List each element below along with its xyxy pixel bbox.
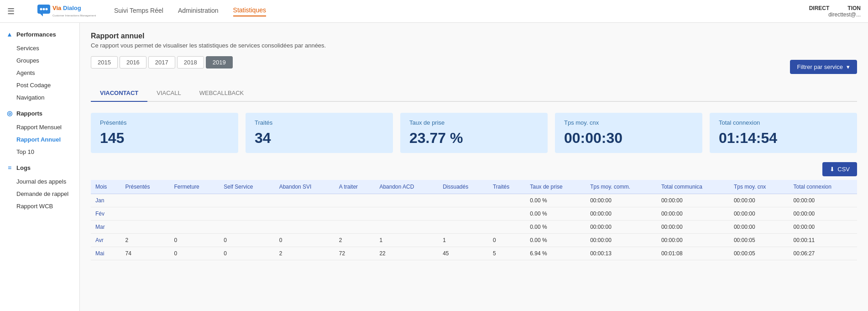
sidebar-section-rapports: ◎ Rapports Rapport Mensuel Rapport Annue… (0, 105, 79, 158)
col-fermeture: Fermeture (169, 180, 219, 194)
chevron-down-icon: ▾ (847, 63, 850, 70)
year-tab-2016[interactable]: 2016 (120, 56, 146, 69)
sidebar-section-performances: ▲ Performances Services Groupes Agents P… (0, 26, 79, 104)
main-layout: ▲ Performances Services Groupes Agents P… (0, 23, 868, 311)
month-link[interactable]: Fév (95, 211, 105, 217)
table-row: Mar0.00 %00:00:0000:00:0000:00:0000:00:0… (91, 221, 857, 234)
csv-button[interactable]: ⬇ CSV (822, 162, 857, 176)
sidebar-item-rappel[interactable]: Demande de rappel (0, 188, 79, 200)
table-row: Avr200021100.00 %00:00:0000:00:0000:00:0… (91, 234, 857, 247)
sidebar-item-top-10[interactable]: Top 10 (0, 146, 79, 158)
col-tps-comm: Tps moy. comm. (586, 180, 657, 194)
sidebar-header-rapports[interactable]: ◎ Rapports (0, 105, 79, 121)
month-link[interactable]: Avr (95, 237, 104, 243)
nav-stats[interactable]: Statistiques (233, 6, 266, 16)
logs-icon: ≡ (5, 163, 14, 172)
hamburger-icon[interactable]: ☰ (7, 6, 15, 16)
col-taux: Taux de prise (525, 180, 586, 194)
sidebar-item-navigation[interactable]: Navigation (0, 91, 79, 104)
logo-svg: Via Dialog Customer Interactions Managem… (37, 3, 96, 20)
card-traites-value: 34 (255, 130, 384, 147)
svg-point-4 (46, 8, 48, 10)
card-taux-prise-value: 23.77 % (409, 130, 539, 147)
col-a-traiter: A traiter (335, 180, 375, 194)
sidebar-label-rapports: Rapports (16, 110, 42, 117)
user-label: DIRECT TION (809, 5, 861, 11)
card-traites-label: Traités (255, 119, 384, 126)
sidebar-item-rapport-annuel[interactable]: Rapport Annuel (0, 133, 79, 146)
year-tab-2015[interactable]: 2015 (91, 56, 118, 69)
tab-webcallback[interactable]: WEBCALLBACK (190, 85, 253, 102)
nav-suivi[interactable]: Suivi Temps Réel (114, 7, 163, 16)
card-tps-moy-label: Tps moy. cnx (564, 119, 693, 126)
card-presentes: Présentés 145 (91, 113, 238, 153)
tab-viacall[interactable]: VIACALL (147, 85, 190, 102)
data-table: Mois Présentés Fermeture Self Service Ab… (91, 180, 857, 260)
sidebar: ▲ Performances Services Groupes Agents P… (0, 23, 80, 311)
card-taux-prise-label: Taux de prise (409, 119, 539, 126)
sidebar-header-logs[interactable]: ≡ Logs (0, 160, 79, 175)
user-info: DIRECT TION directtest@... (809, 5, 861, 18)
year-tab-2018[interactable]: 2018 (177, 56, 204, 69)
csv-btn-label: CSV (837, 166, 850, 173)
card-taux-prise: Taux de prise 23.77 % (400, 113, 548, 153)
sidebar-item-rapport-mensuel[interactable]: Rapport Mensuel (0, 121, 79, 133)
sidebar-header-performances[interactable]: ▲ Performances (0, 26, 79, 42)
tab-viacontact[interactable]: VIACONTACT (91, 85, 147, 102)
sidebar-item-groupes[interactable]: Groupes (0, 54, 79, 67)
col-total-comm: Total communica (657, 180, 729, 194)
table-header-row: Mois Présentés Fermeture Self Service Ab… (91, 180, 857, 194)
col-abandon-acd: Abandon ACD (375, 180, 438, 194)
card-tps-moy-value: 00:00:30 (564, 130, 693, 147)
sidebar-section-logs: ≡ Logs Journal des appels Demande de rap… (0, 160, 79, 212)
rapports-icon: ◎ (5, 109, 14, 117)
sidebar-item-services[interactable]: Services (0, 42, 79, 54)
stat-cards: Présentés 145 Traités 34 Taux de prise 2… (91, 113, 857, 153)
topnav: ☰ Via Dialog Customer Interactions Manag… (0, 0, 868, 23)
year-tab-2017[interactable]: 2017 (148, 56, 175, 69)
card-traites: Traités 34 (246, 113, 393, 153)
svg-marker-1 (40, 14, 43, 16)
content-area: Rapport annuel Ce rapport vous permet de… (80, 23, 868, 311)
sidebar-label-logs: Logs (16, 164, 31, 171)
sidebar-item-post-codage[interactable]: Post Codage (0, 79, 79, 91)
col-tps-cnx: Tps moy. cnx (729, 180, 789, 194)
svg-text:Via: Via (52, 5, 62, 11)
card-total-cnx: Total connexion 01:14:54 (710, 113, 857, 153)
table-row: Fév0.00 %00:00:0000:00:0000:00:0000:00:0… (91, 207, 857, 221)
col-self-service: Self Service (219, 180, 274, 194)
download-icon: ⬇ (830, 166, 835, 173)
col-abandon-svi: Abandon SVI (275, 180, 335, 194)
card-presentes-value: 145 (100, 130, 229, 147)
user-email: directtest@... (809, 11, 861, 18)
performances-icon: ▲ (5, 30, 14, 38)
card-total-cnx-label: Total connexion (719, 119, 848, 126)
month-link[interactable]: Mai (95, 250, 104, 257)
table-row: Mai7400272224556.94 %00:00:1300:01:0800:… (91, 247, 857, 260)
col-total-cnx: Total connexion (789, 180, 857, 194)
nav-admin[interactable]: Administration (178, 7, 219, 16)
table-header: Mois Présentés Fermeture Self Service Ab… (91, 180, 857, 194)
report-title: Rapport annuel (91, 32, 857, 40)
nav-links: Suivi Temps Réel Administration Statisti… (114, 6, 791, 16)
sidebar-item-rapport-wcb[interactable]: Rapport WCB (0, 200, 79, 212)
month-link[interactable]: Jan (95, 197, 104, 204)
col-mois: Mois (91, 180, 121, 194)
filter-btn-label: Filtrer par service (797, 63, 843, 70)
sidebar-item-agents[interactable]: Agents (0, 67, 79, 79)
table-container: Mois Présentés Fermeture Self Service Ab… (91, 180, 857, 260)
year-tabs: 2015 2016 2017 2018 2019 (91, 56, 233, 69)
logo: Via Dialog Customer Interactions Managem… (37, 3, 96, 20)
col-dissuades: Dissuadés (438, 180, 488, 194)
year-tab-2019[interactable]: 2019 (206, 56, 233, 69)
svg-point-2 (40, 8, 42, 10)
col-traites: Traités (488, 180, 525, 194)
month-link[interactable]: Mar (95, 224, 105, 230)
csv-row: ⬇ CSV (91, 162, 857, 176)
table-body: Jan0.00 %00:00:0000:00:0000:00:0000:00:0… (91, 194, 857, 260)
sidebar-item-journal[interactable]: Journal des appels (0, 175, 79, 188)
filter-service-button[interactable]: Filtrer par service ▾ (790, 60, 857, 74)
card-presentes-label: Présentés (100, 119, 229, 126)
svg-point-3 (43, 8, 45, 10)
card-total-cnx-value: 01:14:54 (719, 130, 848, 147)
